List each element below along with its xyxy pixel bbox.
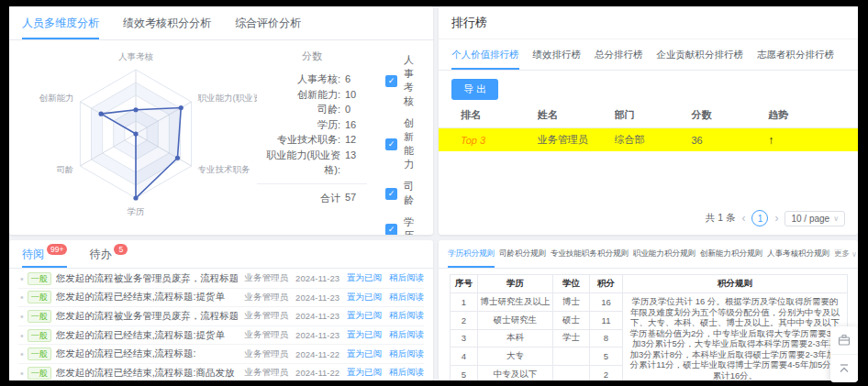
caret-down-icon	[833, 215, 839, 223]
read-later-link[interactable]: 稍后阅读	[389, 329, 424, 341]
ranking-tab-4[interactable]: 志愿者积分排行榜	[757, 39, 834, 70]
notice-tab-0[interactable]: 待阅99+	[22, 240, 67, 268]
page-number-button[interactable]: 1	[751, 210, 768, 226]
score-value: 0	[345, 102, 367, 117]
ranking-tab-0[interactable]: 个人价值排行榜	[451, 39, 519, 70]
rules-cell: 学士	[553, 329, 590, 347]
mark-read-link[interactable]: 置为已阅	[347, 348, 382, 360]
rank-cell: Top 3	[461, 135, 538, 146]
read-later-link[interactable]: 稍后阅读	[389, 292, 424, 303]
ranking-table-row[interactable]: Top 3业务管理员综合部36↑	[439, 128, 858, 151]
total-value: 57	[345, 192, 367, 205]
read-later-link[interactable]: 稍后阅读	[389, 348, 424, 360]
ranking-tab-2[interactable]: 总分排行榜	[595, 39, 643, 70]
trend-up-icon: ↑	[768, 134, 845, 147]
notice-tab-1[interactable]: 待办5	[89, 240, 128, 268]
notice-date: 2024-11-23	[295, 273, 339, 283]
export-wrap: 导 出	[439, 71, 858, 100]
checkbox-icon[interactable]	[385, 138, 397, 150]
name-cell: 业务管理员	[538, 133, 615, 147]
dimension-checkbox-0[interactable]: 人事考核	[385, 53, 422, 108]
priority-tag: 一般	[28, 272, 51, 285]
ranking-tabbar: 个人价值排行榜绩效排行榜总分排行榜企业贡献积分排行榜志愿者积分排行榜	[439, 39, 858, 71]
briefcase-icon[interactable]	[830, 326, 858, 354]
dimension-checkbox-1[interactable]: 创新能力	[385, 116, 422, 171]
caret-down-icon	[851, 250, 857, 259]
checkbox-label: 学历	[404, 215, 422, 235]
notice-date: 2024-11-22	[295, 368, 339, 378]
bullet-icon	[20, 273, 24, 284]
dimension-checkbox-3[interactable]: 学历	[385, 215, 422, 235]
notice-item-3: 一般您发起的流程已经结束,流程标题:提货单业务管理员2024-11-23置为已阅…	[18, 326, 424, 346]
page-size-value: 10 / page	[791, 214, 829, 224]
checkbox-list: 人事考核创新能力司龄学历专业技术职务职业能力(职业资格)	[385, 53, 422, 235]
notice-date: 2024-11-23	[295, 311, 339, 321]
notice-text: 您发起的流程已经结束,流程标题:商品发放	[56, 367, 238, 380]
rules-cell: 4	[451, 347, 478, 366]
mark-read-link[interactable]: 置为已阅	[347, 292, 382, 303]
notice-user: 业务管理员	[245, 329, 289, 341]
score-label: 人事考核:	[257, 72, 340, 87]
rules-table-wrap: 序号学历学位积分积分规则1博士研究生及以上博士16学历及学位共计 16 分。根据…	[439, 274, 858, 380]
ranking-header-0: 排名	[461, 108, 538, 122]
score-row-0: 人事考核:6	[257, 72, 367, 87]
ranking-tab-1[interactable]: 绩效排行榜	[533, 39, 582, 70]
rules-tab-1[interactable]: 司龄积分规则	[499, 240, 546, 268]
notice-text: 您发起的流程已经结束,流程标题:提货单	[56, 329, 238, 342]
pagination: 共 1 条 1 10 / page	[706, 210, 845, 226]
page-size-select[interactable]: 10 / page	[785, 211, 845, 226]
radar-chart: 人事考核职业能力(职业资格)专业技术职务学历司龄创新能力	[13, 42, 257, 229]
checkbox-icon[interactable]	[385, 188, 397, 200]
rules-header-3: 积分	[590, 275, 623, 293]
read-later-link[interactable]: 稍后阅读	[389, 367, 424, 379]
rules-cell: 硕士研究生	[478, 311, 553, 329]
read-later-link[interactable]: 稍后阅读	[389, 310, 424, 322]
bullet-icon	[20, 330, 24, 341]
checkbox-label: 创新能力	[404, 116, 422, 171]
rules-cell: 8	[590, 329, 623, 347]
bullet-icon	[20, 292, 24, 303]
rules-header-4: 积分规则	[623, 275, 848, 293]
notice-user: 业务管理员	[245, 292, 289, 303]
notice-item-4: 一般您发起的流程已经结束,流程标题:业务管理员2024-11-22置为已阅稍后阅…	[18, 345, 424, 364]
next-page-icon[interactable]	[774, 212, 778, 225]
dimension-checkbox-2[interactable]: 司龄	[385, 180, 422, 207]
score-label: 学历:	[257, 117, 340, 133]
rules-tab-6[interactable]: 更多	[834, 240, 857, 268]
ranking-tab-3[interactable]: 企业贡献积分排行榜	[657, 39, 744, 70]
rules-tab-2[interactable]: 专业技能职务积分规则	[551, 240, 629, 268]
score-title: 分数	[257, 50, 367, 63]
checkbox-icon[interactable]	[385, 75, 397, 87]
mark-read-link[interactable]: 置为已阅	[347, 329, 382, 341]
ranking-panel: 排行榜 个人价值排行榜绩效排行榜总分排行榜企业贡献积分排行榜志愿者积分排行榜 导…	[439, 6, 858, 235]
mark-read-link[interactable]: 置为已阅	[347, 367, 382, 379]
rules-row-0: 1博士研究生及以上博士16学历及学位共计 16 分。根据学历及学位取得所需要的年…	[451, 293, 848, 312]
mark-read-link[interactable]: 置为已阅	[347, 272, 382, 284]
prev-page-icon[interactable]	[741, 212, 745, 225]
rules-cell: 2	[590, 366, 623, 380]
analysis-tab-0[interactable]: 人员多维度分析	[22, 6, 99, 39]
ranking-header-1: 姓名	[538, 108, 615, 122]
rules-tab-5[interactable]: 人事考核积分规则	[767, 240, 829, 268]
analysis-panel: 人员多维度分析绩效考核积分分析综合评价分析 人事考核职业能力(职业资格)专业技术…	[9, 6, 433, 235]
rules-panel: 学历积分规则司龄积分规则专业技能职务积分规则职业能力积分规则创新能力积分规则人事…	[439, 240, 858, 380]
notice-text: 您发起的流程已经结束,流程标题:	[56, 347, 238, 360]
export-button[interactable]: 导 出	[451, 79, 498, 100]
score-value: 16	[345, 117, 367, 133]
rules-cell: 博士研究生及以上	[478, 293, 553, 312]
analysis-tab-1[interactable]: 绩效考核积分分析	[123, 6, 211, 39]
analysis-tab-2[interactable]: 综合评价分析	[235, 6, 301, 39]
rules-tab-0[interactable]: 学历积分规则	[448, 240, 495, 268]
rules-cell: 博士	[553, 293, 590, 312]
notice-user: 业务管理员	[245, 348, 289, 360]
read-later-link[interactable]: 稍后阅读	[389, 272, 424, 284]
dimension-filter: 人事考核创新能力司龄学历专业技术职务职业能力(职业资格) 更新分析图	[367, 42, 422, 235]
rules-header-2: 学位	[553, 275, 590, 293]
rules-tab-4[interactable]: 创新能力积分规则	[700, 240, 762, 268]
rules-header-0: 序号	[451, 275, 478, 293]
mark-read-link[interactable]: 置为已阅	[347, 310, 382, 322]
ranking-header-3: 分数	[691, 108, 768, 122]
back-to-top-icon[interactable]	[830, 354, 858, 382]
rules-tab-3[interactable]: 职业能力积分规则	[633, 240, 696, 268]
checkbox-icon[interactable]	[385, 224, 397, 236]
